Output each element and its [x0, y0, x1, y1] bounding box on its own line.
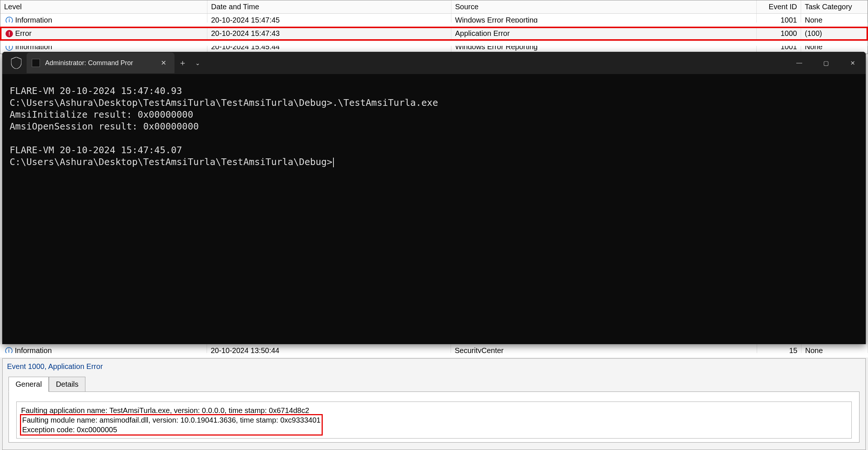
col-header-source[interactable]: Source — [451, 0, 757, 13]
tab-details[interactable]: Details — [49, 377, 85, 392]
event-level: Information — [15, 43, 52, 51]
event-id: 1001 — [757, 40, 801, 53]
event-task: (100) — [801, 27, 868, 40]
event-id: 1001 — [757, 14, 801, 27]
terminal-tab[interactable]: Administrator: Command Pror ✕ — [27, 53, 174, 73]
event-row-selected[interactable]: ! Error 20-10-2024 15:47:43 Application … — [0, 27, 868, 40]
event-details-panel: Event 1000, Application Error General De… — [2, 358, 866, 450]
col-header-eventid[interactable]: Event ID — [757, 0, 801, 13]
event-details-title: Event 1000, Application Error — [3, 359, 865, 375]
col-header-level[interactable]: Level — [0, 0, 207, 13]
cursor-icon — [333, 158, 334, 167]
terminal-line: C:\Users\Ashura\Desktop\TestAmsiTurla\Te… — [10, 97, 438, 108]
terminal-window: Administrator: Command Pror ✕ ＋ ⌄ — ▢ ✕ … — [2, 52, 866, 344]
terminal-line: FLARE-VM 20-10-2024 15:47:40.93 — [10, 85, 182, 96]
event-date: 20-10-2024 15:47:45 — [207, 14, 451, 27]
details-body: Faulting application name: TestAmsiTurla… — [9, 392, 859, 443]
new-tab-button[interactable]: ＋ — [174, 53, 191, 73]
event-level: Error — [15, 29, 31, 38]
maximize-button[interactable]: ▢ — [813, 54, 839, 72]
event-task: None — [801, 344, 868, 357]
event-date: 20-10-2024 15:47:43 — [207, 27, 451, 40]
event-date: 20-10-2024 13:50:44 — [207, 344, 451, 357]
event-level: Information — [15, 346, 52, 355]
event-date: 20-10-2024 15:45:44 — [207, 40, 451, 53]
col-header-taskcat[interactable]: Task Category — [801, 0, 868, 13]
details-line: Faulting module name: amsimodfail.dll, v… — [22, 416, 321, 424]
info-icon: i — [6, 43, 13, 51]
event-source: Application Error — [451, 27, 757, 40]
event-row[interactable]: i Information 20-10-2024 15:47:45 Window… — [0, 14, 868, 27]
details-line: Faulting application name: TestAmsiTurla… — [21, 406, 309, 414]
terminal-body[interactable]: FLARE-VM 20-10-2024 15:47:40.93 C:\Users… — [2, 74, 866, 179]
event-task: None — [801, 40, 868, 53]
tab-dropdown-icon[interactable]: ⌄ — [191, 53, 204, 73]
close-window-button[interactable]: ✕ — [839, 54, 866, 72]
info-icon: i — [5, 347, 13, 355]
terminal-tab-title: Administrator: Command Pror — [45, 59, 133, 67]
terminal-titlebar[interactable]: Administrator: Command Pror ✕ ＋ ⌄ — ▢ ✕ — [2, 52, 866, 74]
details-text: Faulting application name: TestAmsiTurla… — [16, 402, 852, 439]
info-icon: i — [6, 17, 13, 24]
event-row-peek[interactable]: i Information 20-10-2024 13:50:44 Securi… — [0, 344, 868, 357]
event-id: 1000 — [757, 27, 801, 40]
tab-general[interactable]: General — [9, 377, 49, 392]
terminal-line: AmsiOpenSession result: 0x00000000 — [10, 121, 199, 132]
shield-icon — [9, 56, 24, 70]
cmd-icon — [32, 59, 40, 67]
minimize-button[interactable]: — — [786, 54, 813, 72]
event-id: 15 — [757, 344, 801, 357]
event-list-header: Level Date and Time Source Event ID Task… — [0, 0, 868, 14]
event-level: Information — [15, 16, 52, 24]
error-icon: ! — [6, 30, 13, 37]
event-task: None — [801, 14, 868, 27]
event-source: SecurityCenter — [451, 344, 757, 357]
event-viewer-list: Level Date and Time Source Event ID Task… — [0, 0, 868, 54]
terminal-line: C:\Users\Ashura\Desktop\TestAmsiTurla\Te… — [10, 157, 332, 167]
close-tab-icon[interactable]: ✕ — [159, 59, 169, 67]
event-source: Windows Error Reporting — [451, 14, 757, 27]
col-header-date[interactable]: Date and Time — [207, 0, 451, 13]
event-source: Windows Error Reporting — [451, 40, 757, 53]
terminal-line: FLARE-VM 20-10-2024 15:47:45.07 — [10, 145, 182, 155]
terminal-line: AmsiInitialize result: 0x00000000 — [10, 109, 193, 120]
details-line: Exception code: 0xc0000005 — [22, 426, 117, 434]
details-tabs: General Details — [9, 377, 865, 392]
